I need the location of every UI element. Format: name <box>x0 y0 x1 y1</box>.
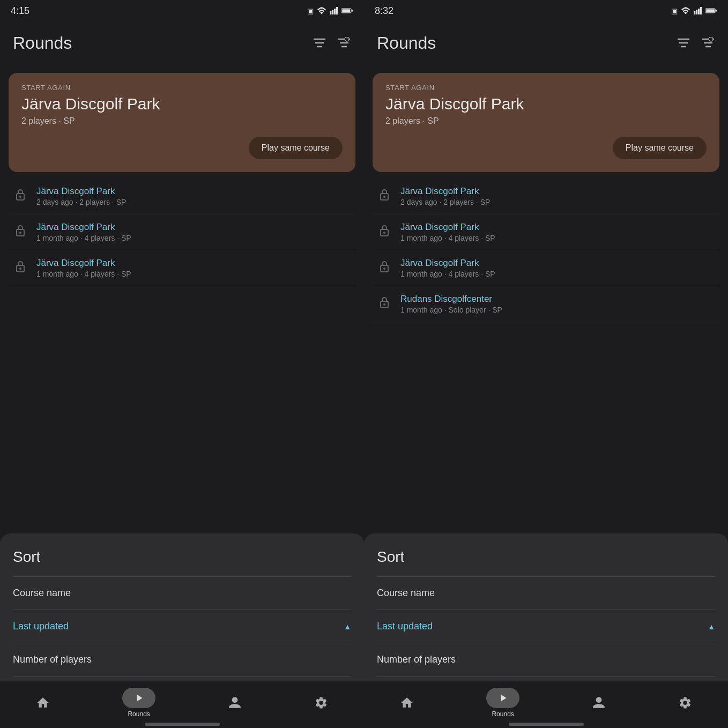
svg-rect-3 <box>336 7 338 14</box>
left-sort-title: Sort <box>13 548 351 566</box>
right-sort-option-course[interactable]: Course name <box>377 577 715 610</box>
left-filter-icon-1[interactable] <box>313 37 326 49</box>
left-status-icons: ▣ <box>307 7 353 15</box>
wifi-icon <box>681 7 690 14</box>
msg-icon: ▣ <box>307 7 314 15</box>
left-status-bar: 4:15 ▣ <box>0 0 364 21</box>
left-filter-icon-2[interactable] <box>337 37 351 49</box>
svg-point-17 <box>19 232 21 234</box>
round-info: Järva Discgolf Park 2 days ago · 2 playe… <box>400 186 715 206</box>
left-sort-option-updated[interactable]: Last updated ▲ <box>13 610 351 643</box>
svg-rect-1 <box>332 10 333 14</box>
left-play-same-button[interactable]: Play same course <box>249 137 343 159</box>
right-nav-profile[interactable] <box>592 696 606 710</box>
round-info: Järva Discgolf Park 1 month ago · 4 play… <box>36 258 351 278</box>
right-start-again-details: 2 players · SP <box>385 116 707 126</box>
right-app-actions <box>677 37 715 49</box>
left-home-indicator <box>145 723 220 726</box>
left-round-list: Järva Discgolf Park 2 days ago · 2 playe… <box>9 179 355 286</box>
svg-rect-26 <box>716 10 717 11</box>
left-sort-panel: Sort Course name Last updated ▲ Number o… <box>0 533 364 685</box>
right-filter-icon-1[interactable] <box>677 37 690 49</box>
left-sort-players-label: Number of players <box>13 654 92 665</box>
round-course-name: Rudans Discgolfcenter <box>400 294 715 304</box>
person-icon <box>228 696 242 710</box>
right-start-again-course: Järva Discgolf Park <box>385 95 707 113</box>
lock-icon <box>377 188 392 204</box>
svg-rect-0 <box>330 11 331 14</box>
svg-point-35 <box>383 196 385 198</box>
round-info: Järva Discgolf Park 1 month ago · 4 play… <box>36 222 351 242</box>
left-start-again-course: Järva Discgolf Park <box>21 95 343 113</box>
left-nav-settings[interactable] <box>314 696 328 710</box>
right-nav-rounds[interactable]: Rounds <box>486 688 519 718</box>
home-icon <box>400 696 414 710</box>
table-row[interactable]: Järva Discgolf Park 1 month ago · 4 play… <box>373 250 719 286</box>
svg-point-41 <box>383 303 385 306</box>
lock-icon <box>13 260 28 276</box>
right-round-list: Järva Discgolf Park 2 days ago · 2 playe… <box>373 179 719 322</box>
lock-icon <box>377 260 392 276</box>
round-meta: 2 days ago · 2 players · SP <box>400 198 715 206</box>
right-sort-players-label: Number of players <box>377 654 456 665</box>
right-sort-option-updated[interactable]: Last updated ▲ <box>377 610 715 643</box>
right-nav-rounds-label: Rounds <box>492 710 514 718</box>
settings-icon <box>678 696 692 710</box>
left-start-again-details: 2 players · SP <box>21 116 343 126</box>
right-filter-icon-2[interactable] <box>701 37 715 49</box>
right-phone-panel: 8:32 ▣ Rounds START AG <box>364 0 728 728</box>
svg-rect-25 <box>706 9 715 12</box>
person-icon <box>592 696 606 710</box>
wifi-icon <box>317 7 326 14</box>
svg-rect-20 <box>694 11 695 14</box>
svg-rect-21 <box>696 10 697 14</box>
left-nav-rounds[interactable]: Rounds <box>122 688 155 718</box>
right-play-same-button[interactable]: Play same course <box>613 137 707 159</box>
right-home-indicator <box>509 723 584 726</box>
right-nav-settings[interactable] <box>678 696 692 710</box>
signal-icon <box>330 7 338 14</box>
play-icon <box>133 692 145 704</box>
svg-point-37 <box>383 232 385 234</box>
right-sort-arrow-icon: ▲ <box>708 622 715 631</box>
signal-icon <box>694 7 702 14</box>
right-nav-home[interactable] <box>400 696 414 710</box>
round-meta: 1 month ago · 4 players · SP <box>400 270 715 278</box>
left-bottom-nav: Rounds <box>0 681 364 728</box>
left-sort-option-players[interactable]: Number of players <box>13 643 351 677</box>
table-row[interactable]: Rudans Discgolfcenter 1 month ago · Solo… <box>373 286 719 322</box>
svg-point-39 <box>383 268 385 270</box>
table-row[interactable]: Järva Discgolf Park 2 days ago · 2 playe… <box>373 179 719 214</box>
left-nav-profile[interactable] <box>228 696 242 710</box>
left-nav-rounds-label: Rounds <box>128 710 150 718</box>
round-course-name: Järva Discgolf Park <box>400 186 715 197</box>
round-meta: 1 month ago · Solo player · SP <box>400 306 715 314</box>
table-row[interactable]: Järva Discgolf Park 1 month ago · 4 play… <box>9 250 355 286</box>
left-start-again-card[interactable]: START AGAIN Järva Discgolf Park 2 player… <box>9 73 355 172</box>
right-bottom-nav: Rounds <box>364 681 728 728</box>
right-app-bar: Rounds <box>364 21 728 64</box>
round-meta: 1 month ago · 4 players · SP <box>36 234 351 242</box>
right-start-again-label: START AGAIN <box>385 84 707 92</box>
round-info: Järva Discgolf Park 2 days ago · 2 playe… <box>36 186 351 206</box>
table-row[interactable]: Järva Discgolf Park 1 month ago · 4 play… <box>373 214 719 250</box>
left-start-again-label: START AGAIN <box>21 84 343 92</box>
svg-rect-6 <box>352 10 353 11</box>
table-row[interactable]: Järva Discgolf Park 2 days ago · 2 playe… <box>9 179 355 214</box>
left-phone-panel: 4:15 ▣ Rounds START AG <box>0 0 364 728</box>
table-row[interactable]: Järva Discgolf Park 1 month ago · 4 play… <box>9 214 355 250</box>
round-course-name: Järva Discgolf Park <box>400 222 715 233</box>
right-start-again-card[interactable]: START AGAIN Järva Discgolf Park 2 player… <box>373 73 719 172</box>
battery-icon <box>341 8 353 14</box>
round-info: Järva Discgolf Park 1 month ago · 4 play… <box>400 258 715 278</box>
round-course-name: Järva Discgolf Park <box>36 258 351 269</box>
svg-rect-22 <box>698 9 700 14</box>
svg-point-19 <box>19 268 21 270</box>
svg-rect-5 <box>342 9 350 12</box>
right-sort-panel: Sort Course name Last updated ▲ Number o… <box>364 533 728 685</box>
left-nav-home[interactable] <box>36 696 50 710</box>
left-sort-option-course[interactable]: Course name <box>13 577 351 610</box>
svg-point-15 <box>19 196 21 198</box>
right-sort-option-players[interactable]: Number of players <box>377 643 715 677</box>
play-icon <box>497 692 509 704</box>
